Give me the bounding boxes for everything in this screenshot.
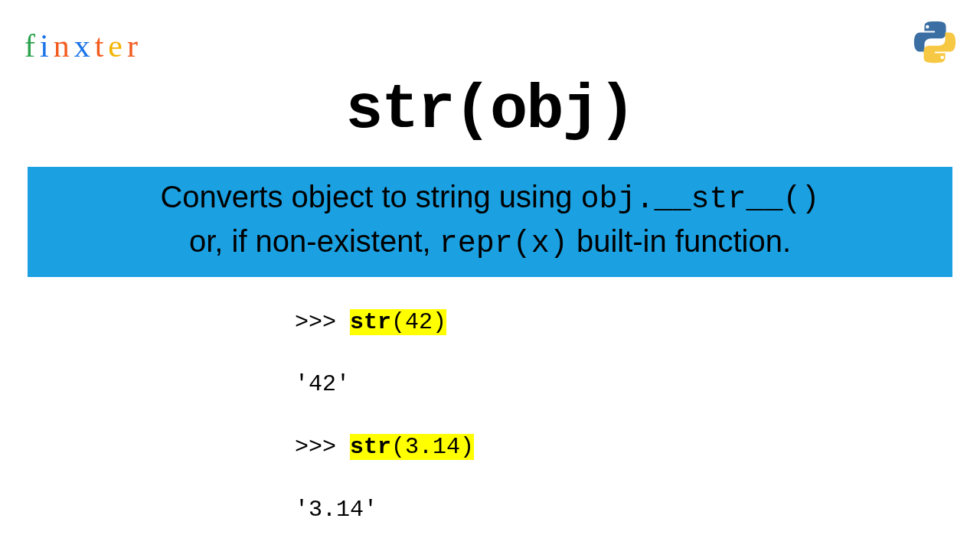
code-examples: >>> str(42) '42' >>> str(3.14) '3.14' >>… — [295, 276, 791, 551]
brand-letter: x — [74, 28, 95, 64]
repl-prompt: >>> — [295, 309, 350, 335]
code-output: '42' — [295, 369, 791, 400]
brand-letter: e — [108, 28, 127, 64]
desc-text: built-in function. — [568, 224, 791, 258]
page-title: str(obj) — [0, 75, 980, 146]
code-call: str(3.14) — [350, 434, 474, 460]
desc-code: obj.__str__() — [581, 182, 820, 217]
python-icon — [911, 18, 959, 66]
brand-letter: f — [24, 28, 40, 64]
code-line: >>> str(42) — [295, 307, 791, 338]
description-bar: Converts object to string using obj.__st… — [28, 167, 952, 277]
brand-logo: finxter — [24, 28, 142, 64]
repl-prompt: >>> — [295, 434, 350, 460]
brand-letter: i — [40, 28, 54, 64]
brand-letter: n — [54, 28, 74, 64]
brand-letter: r — [127, 28, 142, 64]
code-call: str(42) — [350, 309, 446, 335]
desc-text: Converts object to string using — [160, 180, 580, 214]
brand-letter: t — [95, 28, 109, 64]
code-line: >>> str(3.14) — [295, 432, 791, 463]
desc-code: repr(x) — [439, 227, 568, 261]
desc-text: or, if non-existent, — [189, 224, 439, 258]
code-output: '3.14' — [295, 494, 791, 526]
